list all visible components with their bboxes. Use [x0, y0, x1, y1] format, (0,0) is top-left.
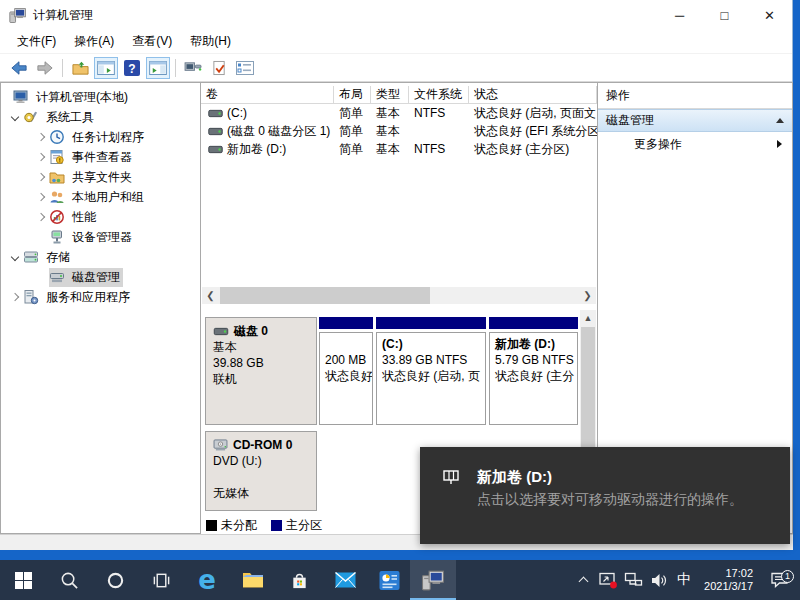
mail-button[interactable] [322, 560, 368, 600]
table-row[interactable]: (磁盘 0 磁盘分区 1) 简单 基本 状态良好 (EFI 系统分区 [201, 122, 597, 140]
sidebar-item-device-manager[interactable]: 设备管理器 [1, 227, 200, 247]
action-center-button[interactable]: 1 [762, 572, 796, 589]
partition-size: 200 MB [325, 352, 367, 368]
partition-color-bar [489, 317, 578, 329]
chevron-right-icon[interactable] [33, 134, 49, 140]
menu-action[interactable]: 操作(A) [65, 30, 123, 53]
scroll-right-icon[interactable]: ❯ [579, 287, 596, 304]
chevron-down-icon[interactable] [7, 254, 23, 260]
task-view-icon [152, 571, 171, 590]
sidebar-item-label: 本地用户和组 [69, 188, 147, 207]
volume-icon[interactable] [646, 573, 671, 588]
toolbar-separator [175, 59, 176, 77]
title-bar[interactable]: 计算机管理 ─ □ ✕ [0, 0, 792, 30]
sidebar-item-disk-management[interactable]: 磁盘管理 [1, 267, 200, 287]
sidebar-item-shared-folders[interactable]: 共享文件夹 [1, 167, 200, 187]
task-view-button[interactable] [138, 560, 184, 600]
chevron-right-icon[interactable] [33, 214, 49, 220]
start-button[interactable] [0, 560, 46, 600]
scroll-up-icon[interactable]: ▲ [580, 310, 596, 326]
sidebar-item-storage[interactable]: 存储 [1, 247, 200, 267]
chevron-right-icon[interactable] [33, 194, 49, 200]
ime-indicator[interactable]: 中 [671, 571, 697, 589]
partition-efi[interactable]: 200 MB 状态良好 [319, 317, 373, 425]
column-volume[interactable]: 卷 [201, 86, 334, 104]
cell-layout: 简单 [334, 104, 371, 122]
disk0-tile[interactable]: 磁盘 0 基本 39.88 GB 联机 [205, 317, 317, 425]
back-icon[interactable] [7, 57, 31, 79]
actions-section-disk-management[interactable]: 磁盘管理 [598, 109, 792, 132]
show-console-tree-icon[interactable] [94, 57, 118, 79]
edge-button[interactable]: e [184, 560, 230, 600]
menu-help[interactable]: 帮助(H) [181, 30, 240, 53]
horizontal-scrollbar[interactable]: ❮ ❯ [202, 287, 596, 304]
menu-file[interactable]: 文件(F) [8, 30, 65, 53]
system-app-button[interactable] [368, 560, 410, 600]
legend-label: 未分配 [221, 517, 257, 534]
close-button[interactable]: ✕ [747, 0, 792, 30]
computer-management-taskbar-button[interactable] [410, 560, 456, 600]
table-row[interactable]: (C:) 简单 基本 NTFS 状态良好 (启动, 页面文 [201, 104, 597, 122]
network-icon[interactable] [621, 572, 646, 588]
partition-size: 33.89 GB NTFS [382, 352, 480, 368]
check-document-icon[interactable] [207, 57, 231, 79]
chevron-right-icon[interactable] [33, 174, 49, 180]
column-status[interactable]: 状态 [469, 86, 597, 104]
scroll-left-icon[interactable]: ❮ [202, 287, 219, 304]
edge-icon: e [198, 567, 216, 593]
drive-notification-toast[interactable]: 新加卷 (D:) 点击以选择要对可移动驱动器进行的操作。 [420, 447, 790, 544]
show-action-pane-icon[interactable] [146, 57, 170, 79]
chevron-right-icon[interactable] [33, 154, 49, 160]
tray-clock[interactable]: 17:02 2021/3/17 [697, 567, 762, 593]
store-button[interactable] [276, 560, 322, 600]
scrollbar-thumb[interactable] [220, 287, 430, 304]
table-row[interactable]: 新加卷 (D:) 简单 基本 NTFS 状态良好 (主分区) [201, 140, 597, 158]
legend-label: 主分区 [286, 517, 322, 534]
sidebar-item-task-scheduler[interactable]: 任务计划程序 [1, 127, 200, 147]
clock-icon [49, 129, 65, 145]
primary-partition-swatch [271, 520, 282, 531]
storage-icon [23, 249, 39, 265]
sidebar-item-computer-management[interactable]: 计算机管理(本地) [1, 87, 200, 107]
sidebar-item-services-applications[interactable]: 服务和应用程序 [1, 287, 200, 307]
toast-message: 点击以选择要对可移动驱动器进行的操作。 [477, 489, 769, 509]
users-icon [49, 189, 65, 205]
sidebar-item-label: 服务和应用程序 [43, 288, 133, 307]
column-filesystem[interactable]: 文件系统 [409, 86, 469, 104]
cdrom-tile[interactable]: CD-ROM 0 DVD (U:) 无媒体 [205, 431, 317, 511]
task-list-icon[interactable] [233, 57, 257, 79]
sidebar-item-label: 存储 [43, 248, 73, 267]
more-actions-item[interactable]: 更多操作 [598, 132, 792, 156]
chevron-right-icon[interactable] [7, 294, 23, 300]
notification-badge: 1 [781, 570, 794, 583]
search-button[interactable] [46, 560, 92, 600]
shared-folder-icon [49, 169, 65, 185]
help-icon[interactable]: ? [120, 57, 144, 79]
forward-icon[interactable] [33, 57, 57, 79]
drive-icon [442, 467, 464, 509]
sidebar-item-local-users-groups[interactable]: 本地用户和组 [1, 187, 200, 207]
chevron-down-icon[interactable] [7, 114, 23, 120]
tray-chevron-up-icon[interactable] [571, 575, 596, 585]
partition-label: (C:) [382, 336, 480, 352]
cortana-button[interactable] [92, 560, 138, 600]
cast-notification-icon[interactable] [596, 572, 621, 589]
menu-view[interactable]: 查看(V) [123, 30, 181, 53]
sidebar-item-event-viewer[interactable]: 事件查看器 [1, 147, 200, 167]
partition-d[interactable]: 新加卷 (D:) 5.79 GB NTFS 状态良好 (主分 [489, 317, 578, 425]
export-list-icon[interactable] [68, 57, 92, 79]
sidebar-item-system-tools[interactable]: 系统工具 [1, 107, 200, 127]
file-explorer-button[interactable] [230, 560, 276, 600]
disk-icon [213, 327, 229, 336]
sidebar-item-performance[interactable]: 性能 [1, 207, 200, 227]
column-layout[interactable]: 布局 [334, 86, 371, 104]
disk0-type: 基本 [213, 339, 309, 355]
collapse-icon[interactable] [776, 118, 784, 123]
maximize-button[interactable]: □ [702, 0, 747, 30]
cortana-icon [106, 571, 125, 590]
sidebar-item-label: 性能 [69, 208, 99, 227]
refresh-disk-icon[interactable] [181, 57, 205, 79]
partition-c[interactable]: (C:) 33.89 GB NTFS 状态良好 (启动, 页 [376, 317, 486, 425]
column-type[interactable]: 类型 [371, 86, 409, 104]
minimize-button[interactable]: ─ [657, 0, 702, 30]
